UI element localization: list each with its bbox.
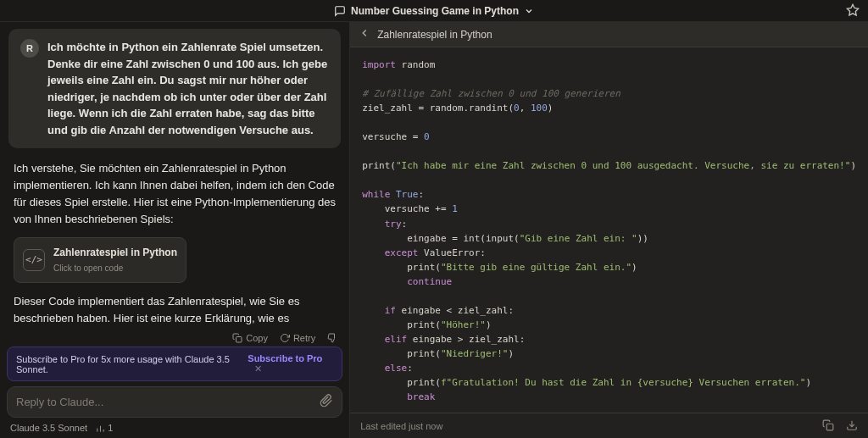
retry-button[interactable]: Retry [280,333,315,343]
svg-rect-5 [826,424,833,430]
user-message-text: Ich möchte in Python ein Zahlenrate Spie… [47,39,329,138]
subscribe-pro-link[interactable]: Subscribe to Pro [248,353,322,363]
chat-scroll[interactable]: R Ich möchte in Python ein Zahlenrate Sp… [0,22,349,331]
usage-indicator[interactable]: 1 [96,423,113,433]
svg-marker-0 [847,4,858,15]
subscribe-pro-banner: Subscribe to Pro for 5x more usage with … [7,347,342,381]
message-actions: Copy Retry [0,331,349,345]
model-selector[interactable]: Claude 3.5 Sonnet [10,423,87,433]
conversation-title[interactable]: Number Guessing Game in Python [334,5,534,17]
copy-button[interactable]: Copy [232,333,268,343]
back-icon[interactable] [359,27,370,42]
assistant-p2: Dieser Code implementiert das Zahlenrate… [14,293,336,331]
file-name: Zahlenratespiel in Python [377,29,492,41]
code-pane: Zahlenratespiel in Python import random … [349,22,868,438]
assistant-message: Ich verstehe, Sie möchten ein Zahlenrate… [8,158,341,331]
star-icon[interactable] [846,3,860,17]
promo-text: Subscribe to Pro for 5x more usage with … [16,354,248,374]
code-footer: Last edited just now [350,413,868,438]
attach-icon[interactable] [320,394,333,410]
top-bar: Number Guessing Game in Python [0,0,868,22]
user-message: R Ich möchte in Python ein Zahlenrate Sp… [8,29,341,148]
main-split: R Ich möchte in Python ein Zahlenrate Sp… [0,22,868,438]
code-editor[interactable]: import random # Zufällige Zahl zwischen … [350,47,868,413]
file-tab: Zahlenratespiel in Python [350,22,868,47]
chat-footer: Claude 3.5 Sonnet 1 [0,418,349,438]
close-icon[interactable]: ✕ [254,363,262,374]
chat-icon [334,5,346,17]
message-input[interactable] [16,396,320,408]
avatar: R [20,39,39,58]
thumbs-down-button[interactable] [327,333,337,343]
code-card-title: Zahlenratespiel in Python [53,245,177,261]
conversation-title-text: Number Guessing Game in Python [351,5,519,17]
copy-code-icon[interactable] [822,419,834,433]
download-icon[interactable] [846,419,858,433]
chevron-down-icon [524,6,534,16]
svg-rect-1 [236,337,242,343]
chat-pane: R Ich möchte in Python ein Zahlenrate Sp… [0,22,349,438]
assistant-p1: Ich verstehe, Sie möchten ein Zahlenrate… [14,160,336,229]
last-edited-status: Last edited just now [360,421,442,431]
code-artifact-card[interactable]: </> Zahlenratespiel in Python Click to o… [14,237,186,283]
code-icon: </> [23,249,45,271]
message-input-row [7,386,342,418]
code-card-subtitle: Click to open code [53,262,177,275]
